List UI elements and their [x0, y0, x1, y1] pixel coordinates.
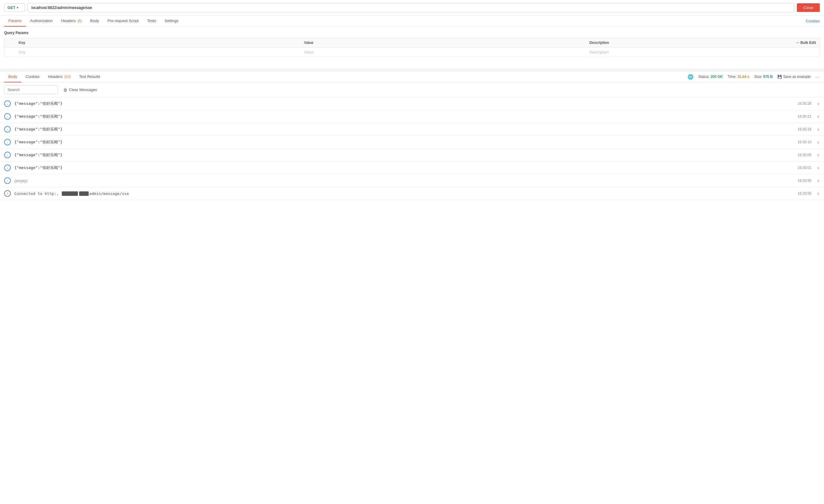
resp-tab-test-results[interactable]: Test Results	[75, 71, 104, 82]
status-label: Status: 200 OK	[698, 75, 723, 79]
size-label: Size: 575 B	[754, 75, 772, 79]
save-example-label: Save as example	[783, 75, 811, 79]
tab-prerequest[interactable]: Pre-request Script	[103, 15, 143, 26]
response-tabs-row: Body Cookies Headers (10) Test Results 🌐…	[0, 71, 824, 82]
message-row[interactable]: ↓ {"message":"你好乐闻"} 16:30:05 ∨	[0, 149, 824, 162]
clear-messages-label: Clear Messages	[69, 88, 97, 92]
expand-icon: ∨	[817, 127, 820, 132]
expand-icon: ∨	[817, 178, 820, 183]
tab-authorization[interactable]: Authorization	[26, 15, 57, 26]
clear-messages-button[interactable]: 🗑 Clear Messages	[61, 86, 99, 93]
col-key-header: Key	[15, 38, 301, 47]
response-meta: 🌐 Status: 200 OK Time: 31.04 s Size: 575…	[688, 74, 820, 80]
col-desc-header: Description ··· Bulk Edit	[586, 38, 820, 47]
query-params-section: Query Params Key Value Description ··· B…	[0, 26, 824, 57]
expand-icon: ∨	[817, 191, 820, 196]
expand-icon: ∨	[817, 153, 820, 157]
message-content: {"message":"你好乐闻"}	[14, 114, 794, 119]
message-row[interactable]: ↓ (empty) 16:29:55 ∨	[0, 174, 824, 187]
headers-badge: (6)	[77, 19, 82, 23]
message-time: 16:30:10	[798, 140, 812, 144]
resp-tab-headers[interactable]: Headers (10)	[44, 71, 75, 82]
message-content: {"message":"你好乐闻"}	[14, 165, 794, 171]
tab-headers[interactable]: Headers (6)	[57, 15, 86, 26]
status-value: 200 OK	[711, 75, 723, 79]
redacted-text2	[79, 191, 88, 196]
bulk-edit-label: Bulk Edit	[800, 40, 816, 45]
redacted-text	[62, 191, 78, 196]
expand-icon: ∨	[817, 166, 820, 170]
row-check	[4, 47, 15, 57]
method-selector[interactable]: GET ▾	[4, 3, 25, 12]
info-icon: i	[4, 190, 11, 197]
size-value: 575 B	[763, 75, 772, 79]
trash-icon: 🗑	[63, 88, 68, 92]
ellipsis-icon: ···	[796, 40, 799, 45]
tab-tests[interactable]: Tests	[143, 15, 160, 26]
url-input[interactable]	[27, 3, 795, 12]
bulk-edit-button[interactable]: ··· Bulk Edit	[796, 40, 816, 45]
tab-params[interactable]: Params	[4, 15, 26, 26]
message-content: {"message":"你好乐闻"}	[14, 139, 794, 145]
more-options-button[interactable]: ···	[815, 74, 820, 79]
table-row: Key Value Description	[4, 47, 820, 57]
query-params-title: Query Params	[4, 31, 820, 35]
down-arrow-icon: ↓	[4, 177, 11, 184]
down-arrow-icon: ↓	[4, 126, 11, 132]
globe-icon[interactable]: 🌐	[688, 74, 694, 80]
messages-list: ↓ {"message":"你好乐闻"} 16:30:26 ∨ ↓ {"mess…	[0, 97, 824, 200]
message-row[interactable]: ↓ {"message":"你好乐闻"} 16:30:10 ∨	[0, 136, 824, 149]
message-time: 16:29:55	[798, 191, 812, 196]
search-input[interactable]	[4, 85, 58, 94]
method-label: GET	[7, 5, 15, 10]
message-time: 16:29:55	[798, 179, 812, 183]
message-time: 16:30:21	[798, 114, 812, 118]
message-time: 16:30:16	[798, 127, 812, 131]
message-row[interactable]: ↓ {"message":"你好乐闻"} 16:30:21 ∨	[0, 110, 824, 123]
message-row[interactable]: i Connected to http:, admin/message/sse …	[0, 187, 824, 200]
desc-cell[interactable]: Description	[586, 47, 820, 57]
response-tabs: Body Cookies Headers (10) Test Results	[4, 71, 104, 82]
resp-tab-cookies[interactable]: Cookies	[21, 71, 44, 82]
search-bar-row: 🗑 Clear Messages	[0, 82, 824, 97]
down-arrow-icon: ↓	[4, 139, 11, 145]
expand-icon: ∨	[817, 114, 820, 119]
value-cell[interactable]: Value	[300, 47, 586, 57]
resp-tab-body[interactable]: Body	[4, 71, 21, 82]
message-time: 16:30:01	[798, 166, 812, 170]
chevron-down-icon: ▾	[17, 6, 18, 9]
down-arrow-icon: ↓	[4, 165, 11, 171]
message-time: 16:30:26	[798, 102, 812, 106]
col-value-header: Value	[300, 38, 586, 47]
params-table: Key Value Description ··· Bulk Edit Key …	[4, 38, 820, 57]
message-content: Connected to http:, admin/message/sse	[14, 191, 129, 196]
resp-headers-badge: (10)	[64, 75, 71, 79]
message-content: {"message":"你好乐闻"}	[14, 101, 794, 106]
time-value: 31.04 s	[737, 75, 749, 79]
close-button[interactable]: Close	[797, 3, 820, 12]
col-check-header	[4, 38, 15, 47]
message-content: {"message":"你好乐闻"}	[14, 152, 794, 158]
cookies-link[interactable]: Cookies	[806, 19, 820, 23]
expand-icon: ∨	[817, 101, 820, 106]
request-tabs: Params Authorization Headers (6) Body Pr…	[0, 15, 824, 26]
down-arrow-icon: ↓	[4, 152, 11, 158]
message-row[interactable]: ↓ {"message":"你好乐闻"} 16:30:16 ∨	[0, 123, 824, 136]
down-arrow-icon: ↓	[4, 113, 11, 120]
key-cell[interactable]: Key	[15, 47, 301, 57]
url-bar: GET ▾ Close	[0, 0, 824, 15]
save-icon: 💾	[778, 75, 782, 79]
down-arrow-icon: ↓	[4, 100, 11, 107]
expand-icon: ∨	[817, 140, 820, 144]
tab-body[interactable]: Body	[86, 15, 103, 26]
time-label: Time: 31.04 s	[728, 75, 749, 79]
message-row[interactable]: ↓ {"message":"你好乐闻"} 16:30:01 ∨	[0, 162, 824, 174]
tab-settings[interactable]: Settings	[160, 15, 183, 26]
message-content: (empty)	[14, 179, 794, 183]
section-divider	[0, 69, 824, 71]
save-example-button[interactable]: 💾 Save as example	[778, 75, 811, 79]
message-time: 16:30:05	[798, 153, 812, 157]
message-row[interactable]: ↓ {"message":"你好乐闻"} 16:30:26 ∨	[0, 97, 824, 110]
message-content: {"message":"你好乐闻"}	[14, 127, 794, 132]
